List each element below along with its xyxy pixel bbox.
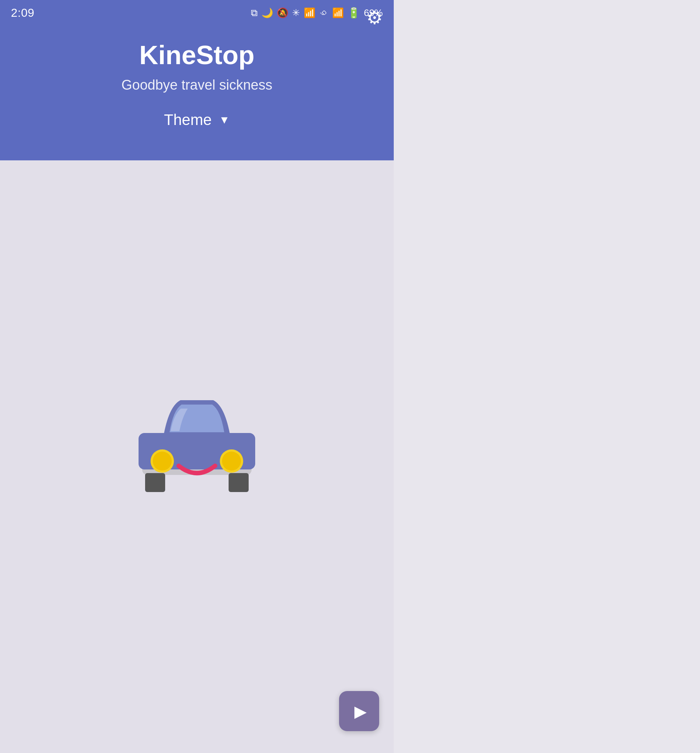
play-button[interactable]: ▶ [339, 691, 379, 731]
status-bar: 2:09 ⧉ 🌙 🔕 ✳ 📶 ꩜ 📶 🔋 69% [0, 0, 394, 25]
status-icons: ⧉ 🌙 🔕 ✳ 📶 ꩜ 📶 🔋 69% [251, 7, 383, 19]
mute-icon: 🔕 [277, 7, 288, 19]
main-content: ▶ [0, 161, 394, 753]
battery-percentage: 69% [364, 7, 383, 19]
svg-rect-7 [228, 473, 248, 492]
moon-icon: 🌙 [261, 7, 273, 19]
play-icon: ▶ [355, 702, 367, 720]
network-icon: ꩜ [319, 7, 328, 19]
car-illustration [128, 380, 266, 497]
theme-label: Theme [164, 111, 212, 129]
chevron-down-icon: ▼ [219, 114, 230, 126]
car-svg [128, 380, 266, 497]
signal-icon: 📶 [332, 7, 344, 19]
svg-point-5 [222, 452, 241, 471]
copy-icon: ⧉ [251, 7, 258, 19]
status-time: 2:09 [11, 6, 34, 20]
app-title: KineStop [139, 40, 255, 70]
battery-icon: 🔋 [347, 7, 360, 19]
theme-dropdown[interactable]: Theme ▼ [164, 111, 230, 129]
wifi-icon: 📶 [304, 7, 316, 19]
app-subtitle: Goodbye travel sickness [122, 77, 272, 93]
bluetooth-icon: ✳ [292, 7, 300, 19]
svg-rect-6 [145, 473, 165, 492]
svg-point-3 [153, 452, 172, 471]
